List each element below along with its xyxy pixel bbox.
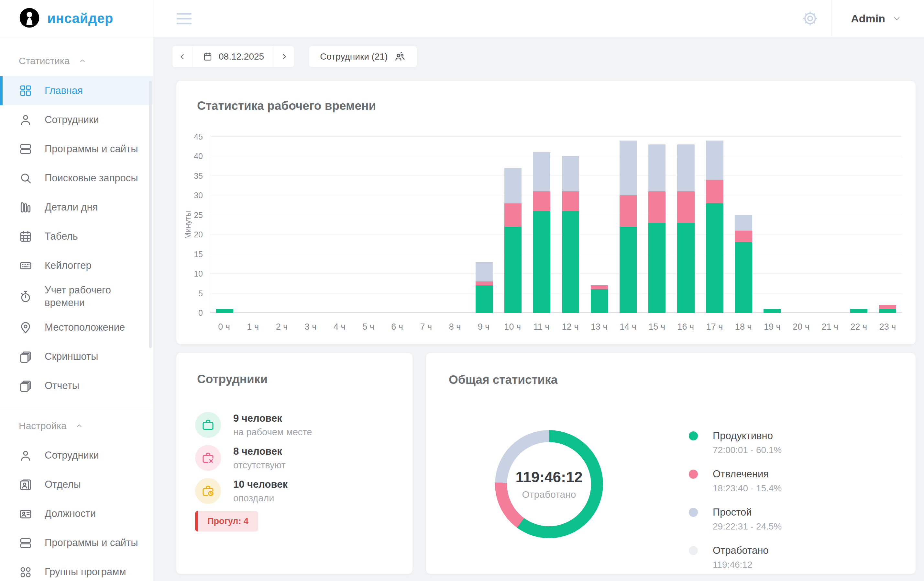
briefcase-clock-icon [195, 478, 221, 504]
bar-segment-Простой [735, 215, 752, 230]
bar-slot [758, 137, 787, 313]
sidebar-item[interactable]: Отделы [0, 470, 153, 499]
bar-slot [642, 137, 672, 313]
sidebar-item-label: Главная [45, 84, 83, 97]
badge-icon [19, 507, 32, 521]
stacked-bar [389, 137, 406, 313]
sidebar-item-label: Отделы [45, 478, 81, 491]
sidebar-item[interactable]: Отчеты [0, 371, 153, 401]
sidebar-item-label: Учет рабочего времени [45, 284, 140, 309]
bar-segment-Продуктивно [475, 285, 493, 313]
stopwatch-icon [19, 290, 32, 303]
bar-slot [441, 137, 470, 313]
sidebar-item[interactable]: Программы и сайты [0, 528, 153, 558]
bar-segment-Продуктивно [706, 204, 723, 313]
sidebar-item[interactable]: Учет рабочего времени [0, 280, 153, 313]
legend-dot [689, 546, 698, 555]
bar-segment-Простой [475, 262, 493, 281]
legend-texts: Отработано119:46:12 [713, 545, 769, 570]
date-toolbar: 08.12.2025 Сотрудники (21) [172, 46, 417, 67]
employee-status-value: 9 человек [233, 412, 312, 424]
donut-legend: Продуктивно72:00:01 - 60.1%Отвлечения18:… [689, 430, 782, 581]
bar-segment-Продуктивно [677, 223, 694, 313]
bar-slot [787, 137, 816, 313]
overall-stats-title: Общая статистика [449, 373, 558, 387]
employee-status-texts: 8 человекотсутствуют [233, 445, 285, 470]
admin-menu[interactable]: Admin [831, 0, 924, 37]
next-day-button[interactable] [274, 46, 294, 67]
sidebar-item[interactable]: Сотрудники [0, 441, 153, 470]
sidebar-section-settings[interactable]: Настройка [0, 411, 153, 441]
stacked-bar [648, 137, 665, 313]
sidebar-item[interactable]: Должности [0, 499, 153, 528]
legend-texts: Продуктивно72:00:01 - 60.1% [713, 430, 782, 455]
x-tick-label: 14 ч [614, 322, 642, 332]
legend-value: 119:46:12 [713, 559, 769, 570]
bar-segment-Простой [620, 141, 637, 195]
sidebar-item[interactable]: Местоположение [0, 313, 153, 342]
briefcase-x-icon [201, 451, 215, 465]
people-group-icon [394, 51, 406, 63]
sidebar-scrollbar[interactable] [149, 81, 152, 348]
location-pin-icon [19, 321, 32, 334]
date-picker[interactable]: 08.12.2025 [193, 46, 274, 67]
hamburger-menu-icon[interactable] [173, 10, 195, 28]
x-tick-label: 6 ч [383, 322, 411, 332]
legend-dot [689, 431, 698, 440]
sidebar-item-label: Табель [45, 230, 78, 243]
chart-title: Статистика рабочего времени [197, 99, 376, 113]
sidebar-item[interactable]: Программы и сайты [0, 134, 153, 164]
sidebar-item[interactable]: Сотрудники [0, 105, 153, 134]
briefcase-icon [195, 412, 221, 438]
bar-slot [614, 137, 642, 313]
bar-slot [354, 137, 383, 313]
worked-total-value: 119:46:12 [515, 468, 582, 486]
sidebar-section-label: Настройка [19, 420, 67, 431]
sidebar-item[interactable]: Скриншоты [0, 342, 153, 371]
prev-day-button[interactable] [172, 46, 193, 67]
sidebar-item[interactable]: Поисковые запросы [0, 164, 153, 193]
stacked-bar [331, 137, 348, 313]
keyboard-icon [19, 259, 32, 272]
sidebar: инсайдер СтатистикаГлавнаяСотрудникиПрог… [0, 0, 153, 581]
sidebar-item[interactable]: Главная [0, 76, 153, 105]
legend-dot [689, 470, 698, 478]
rows-icon [19, 142, 32, 156]
employee-status-texts: 9 человекна рабочем месте [233, 412, 312, 437]
bar-slot [556, 137, 585, 313]
legend-label: Простой [713, 507, 782, 518]
sidebar-menu: СтатистикаГлавнаяСотрудникиПрограммы и с… [0, 37, 153, 581]
app-logo[interactable]: инсайдер [0, 0, 153, 37]
stacked-bar [735, 137, 752, 313]
chart-plot [210, 137, 902, 313]
id-card-icon [19, 478, 32, 492]
insider-logo-icon [19, 7, 40, 30]
employees-filter-label: Сотрудники (21) [320, 51, 388, 62]
x-tick-label: 15 ч [642, 322, 672, 332]
sidebar-item-label: Должности [45, 508, 96, 520]
chevron-up-icon [78, 57, 87, 65]
settings-gear-button[interactable] [789, 0, 831, 37]
bar-segment-Отвлечения [475, 281, 493, 285]
x-tick-label: 8 ч [441, 322, 469, 332]
bar-segment-Отвлечения [648, 191, 665, 223]
sidebar-section-statistics[interactable]: Статистика [0, 46, 153, 76]
y-tick-label: 20 [194, 230, 203, 239]
sidebar-item[interactable]: Табель [0, 222, 153, 251]
x-tick-label: 0 ч [210, 322, 238, 332]
sidebar-item[interactable]: Кейлоггер [0, 251, 153, 280]
x-tick-label: 1 ч [238, 322, 267, 332]
bar-segment-Отвлечения [562, 191, 579, 211]
employees-filter-button[interactable]: Сотрудники (21) [309, 46, 417, 67]
employee-status-value: 8 человек [233, 445, 285, 457]
sidebar-item[interactable]: Детали дня [0, 193, 153, 222]
bar-segment-Отвлечения [879, 305, 896, 309]
x-tick-label: 7 ч [411, 322, 441, 332]
layers-icon [19, 379, 32, 393]
sidebar-item[interactable]: Группы программ [0, 558, 153, 581]
date-navigation: 08.12.2025 [172, 46, 294, 67]
worked-total-label: Отработано [522, 489, 576, 500]
bar-segment-Продуктивно [591, 289, 608, 313]
y-tick-label: 30 [194, 191, 203, 200]
sidebar-item-label: Местоположение [45, 321, 125, 334]
